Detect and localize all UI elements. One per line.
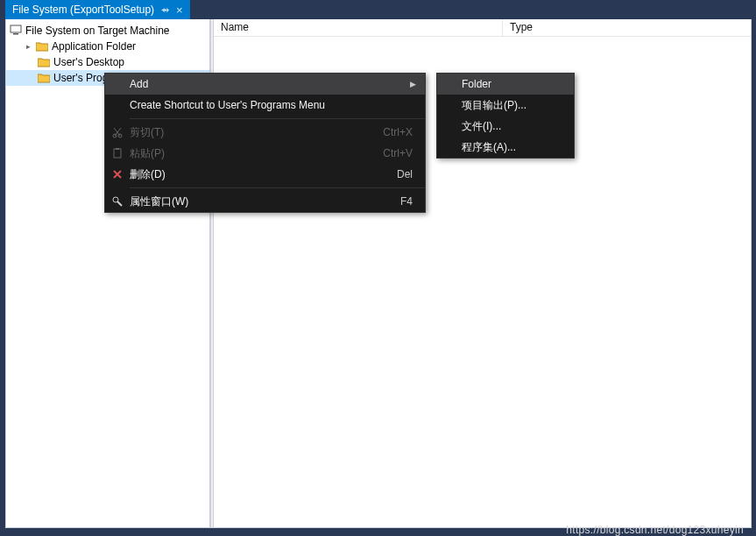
menu-item-label: 剪切(T) <box>130 125 383 140</box>
menu-item-label: 粘贴(P) <box>130 146 383 161</box>
folder-icon <box>38 57 50 67</box>
delete-icon <box>105 168 130 180</box>
menu-item-label: 文件(I)... <box>462 119 565 134</box>
submenu-item-file[interactable]: 文件(I)... <box>437 116 574 137</box>
folder-icon <box>36 41 48 52</box>
submenu-item-project-output[interactable]: 项目输出(P)... <box>437 95 574 116</box>
svg-rect-5 <box>116 148 119 150</box>
menu-separator <box>130 187 425 188</box>
submenu-item-folder[interactable]: Folder <box>437 74 574 95</box>
menu-item-label: 删除(D) <box>130 167 397 182</box>
menu-item-add[interactable]: Add ▶ <box>105 74 425 95</box>
menu-item-cut: 剪切(T) Ctrl+X <box>105 122 425 143</box>
menu-item-shortcut: Ctrl+V <box>383 147 416 159</box>
expand-icon[interactable] <box>24 42 32 51</box>
menu-item-label: Create Shortcut to User's Programs Menu <box>130 99 407 111</box>
close-icon[interactable]: × <box>176 4 183 17</box>
submenu-item-assembly[interactable]: 程序集(A)... <box>437 137 574 158</box>
tab-strip: File System (ExportToolSetup) ⇴ × <box>5 0 752 19</box>
tree-root-label: File System on Target Machine <box>25 25 170 37</box>
column-header-name[interactable]: Name <box>214 19 503 36</box>
svg-rect-1 <box>13 33 18 35</box>
menu-item-paste: 粘贴(P) Ctrl+V <box>105 143 425 164</box>
tab-title: File System (ExportToolSetup) <box>12 4 154 16</box>
tree-node-label: Application Folder <box>52 40 136 53</box>
context-menu: Add ▶ Create Shortcut to User's Programs… <box>104 73 426 213</box>
folder-icon <box>38 73 50 83</box>
properties-icon <box>105 195 130 208</box>
file-system-window: File System (ExportToolSetup) ⇴ × File S… <box>5 0 752 528</box>
tab-file-system[interactable]: File System (ExportToolSetup) ⇴ × <box>5 0 190 19</box>
menu-item-label: 项目输出(P)... <box>462 98 565 113</box>
menu-item-shortcut: F4 <box>400 195 416 208</box>
tree-node-users-desktop[interactable]: User's Desktop <box>6 54 209 70</box>
menu-item-delete[interactable]: 删除(D) Del <box>105 164 425 185</box>
svg-rect-4 <box>114 149 121 158</box>
menu-item-create-shortcut[interactable]: Create Shortcut to User's Programs Menu <box>105 95 425 116</box>
menu-item-label: Add <box>130 78 407 90</box>
menu-item-shortcut: Del <box>397 168 416 180</box>
machine-icon <box>10 25 22 38</box>
tree-root[interactable]: File System on Target Machine <box>6 23 209 39</box>
add-submenu: Folder 项目输出(P)... 文件(I)... 程序集(A)... <box>436 73 575 159</box>
paste-icon <box>105 147 130 159</box>
tree-node-label: User's Desktop <box>53 56 124 68</box>
menu-item-label: 程序集(A)... <box>462 140 565 155</box>
column-header-type[interactable]: Type <box>503 19 751 36</box>
tree-node-application-folder[interactable]: Application Folder <box>6 39 209 54</box>
list-header: Name Type <box>214 19 751 37</box>
svg-rect-0 <box>11 25 21 32</box>
menu-item-label: 属性窗口(W) <box>130 194 400 209</box>
menu-item-shortcut: Ctrl+X <box>383 126 416 138</box>
menu-item-label: Folder <box>462 78 565 90</box>
submenu-arrow-icon: ▶ <box>407 80 416 88</box>
menu-item-properties[interactable]: 属性窗口(W) F4 <box>105 191 425 212</box>
cut-icon <box>105 126 130 138</box>
menu-separator <box>130 118 425 119</box>
pin-icon[interactable]: ⇴ <box>161 4 169 16</box>
